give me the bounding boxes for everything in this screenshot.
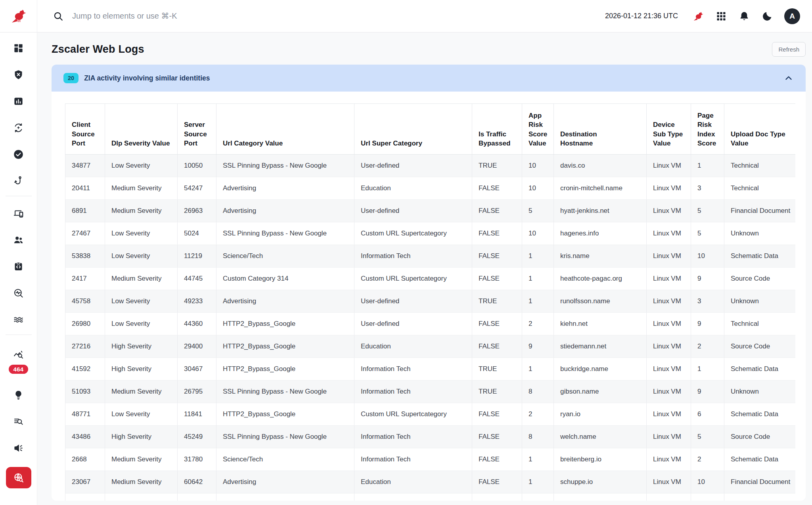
column-header[interactable]: Page Risk Index Score <box>691 104 724 155</box>
table-scroll-area[interactable]: Client Source PortDlp Severity ValueServ… <box>65 103 795 501</box>
table-cell: 45758 <box>65 290 105 312</box>
table-cell: User-defined <box>354 154 472 177</box>
table-cell: 26980 <box>65 312 105 335</box>
table-cell: Advertising <box>216 199 354 222</box>
table-cell: FALSE <box>472 448 522 471</box>
search-input[interactable] <box>72 11 350 21</box>
chevron-up-icon[interactable] <box>783 73 794 83</box>
table-cell: 10 <box>522 177 554 199</box>
table-cell: FALSE <box>472 403 522 425</box>
hook-icon <box>13 176 24 186</box>
table-row[interactable]: 2417Medium Severity44745Custom Category … <box>65 267 796 290</box>
sidebar-item-devices[interactable] <box>0 200 37 227</box>
table-cell: Schematic Data <box>724 403 796 425</box>
table-cell: Linux VM <box>647 267 691 290</box>
table-row[interactable]: 6891Medium Severity26963AdvertisingUser-… <box>65 199 796 222</box>
table-cell: 2 <box>691 448 724 471</box>
sidebar-divider <box>6 335 32 335</box>
table-cell: 44360 <box>178 312 216 335</box>
table-cell: 21952 <box>65 493 105 501</box>
table-row[interactable]: 41592High Severity30467HTTP2_Bypass_Goog… <box>65 358 796 380</box>
table-row[interactable]: 27216High Severity29400HTTP2_Bypass_Goog… <box>65 335 796 358</box>
table-cell: 2 <box>691 493 724 501</box>
table-row[interactable]: 34877Low Severity10050SSL Pinning Bypass… <box>65 154 796 177</box>
table-cell: FALSE <box>472 199 522 222</box>
table-cell: 5 <box>691 425 724 448</box>
sidebar-item-data-streams[interactable] <box>0 306 37 333</box>
table-row[interactable]: 27467Low Severity5024SSL Pinning Bypass … <box>65 222 796 245</box>
result-count-badge: 20 <box>63 73 79 83</box>
list-search-icon <box>13 416 24 427</box>
table-cell: heathcote-pagac.org <box>554 267 647 290</box>
column-header[interactable]: App Risk Score Value <box>522 104 554 155</box>
column-header[interactable]: Is Traffic Bypassed <box>472 104 522 155</box>
refresh-button[interactable]: Refresh <box>772 42 806 57</box>
table-row[interactable]: 21952High Severity47316HTTP2_Bypass_Goog… <box>65 493 796 501</box>
devices-icon <box>13 208 24 219</box>
column-header[interactable]: Url Category Value <box>216 104 354 155</box>
table-row[interactable]: 43486High Severity45249SSL Pinning Bypas… <box>65 425 796 448</box>
sidebar-item-log-search[interactable] <box>0 408 37 435</box>
sidebar-item-automation[interactable] <box>0 115 37 141</box>
apps-menu-button[interactable] <box>715 10 727 22</box>
sidebar-item-compliance[interactable] <box>0 141 37 168</box>
table-cell: 60642 <box>178 471 216 493</box>
notifications-button[interactable] <box>738 10 750 22</box>
cardinal-bird-icon <box>693 11 704 22</box>
column-header[interactable]: Device Sub Type Value <box>647 104 691 155</box>
table-cell: Linux VM <box>647 471 691 493</box>
table-cell: Linux VM <box>647 335 691 358</box>
sidebar-item-users[interactable] <box>0 227 37 253</box>
sidebar-item-applications[interactable] <box>0 253 37 280</box>
cardinal-quick-icon[interactable] <box>692 10 704 22</box>
sidebar-item-threat-protection[interactable] <box>0 61 37 88</box>
table-cell: 1 <box>522 448 554 471</box>
table-cell: stiedemann.net <box>554 335 647 358</box>
table-row[interactable]: 45758Low Severity49233AdvertisingUser-de… <box>65 290 796 312</box>
sidebar-item-threat-hunting-active[interactable] <box>6 467 31 488</box>
column-header[interactable]: Client Source Port <box>65 104 105 155</box>
table-row[interactable]: 23067Medium Severity60642AdvertisingEduc… <box>65 471 796 493</box>
column-header[interactable]: Url Super Category <box>354 104 472 155</box>
table-cell: 45249 <box>178 425 216 448</box>
table-cell: Technical <box>724 312 796 335</box>
column-header[interactable]: Destination Hostname <box>554 104 647 155</box>
dark-mode-toggle[interactable] <box>761 10 773 22</box>
table-cell: Technical <box>724 154 796 177</box>
user-avatar[interactable]: A <box>784 8 800 24</box>
column-header[interactable]: Server Source Port <box>178 104 216 155</box>
waves-icon <box>13 314 24 325</box>
table-row[interactable]: 48771Low Severity11841HTTP2_Bypass_Googl… <box>65 403 796 425</box>
table-cell: 10 <box>522 154 554 177</box>
table-cell: 30467 <box>178 358 216 380</box>
table-row[interactable]: 51093Medium Severity26795SSL Pinning Byp… <box>65 380 796 403</box>
table-cell: 7 <box>522 493 554 501</box>
column-header[interactable]: Dlp Severity Value <box>105 104 178 155</box>
table-cell: SSL Pinning Bypass - New Google <box>216 380 354 403</box>
table-row[interactable]: 53838Low Severity11219Science/TechInform… <box>65 245 796 267</box>
table-cell: 1 <box>522 358 554 380</box>
table-cell: Information Tech <box>354 380 472 403</box>
sidebar-item-reports[interactable] <box>0 88 37 115</box>
table-cell: HTTP2_Bypass_Google <box>216 493 354 501</box>
table-cell: kris.name <box>554 245 647 267</box>
collapsible-banner[interactable]: 20 ZIA activity involving similar identi… <box>52 65 806 92</box>
table-cell: 5 <box>691 199 724 222</box>
sidebar-item-insights[interactable] <box>0 382 37 408</box>
sidebar-item-detections[interactable]: 464 <box>9 339 29 382</box>
table-cell: Schematic Data <box>724 448 796 471</box>
app-shell: 464 2026-01-12 21:36 UTC <box>0 0 812 505</box>
sidebar-item-announcements[interactable] <box>0 435 37 461</box>
app-logo[interactable] <box>0 0 37 33</box>
column-header[interactable]: Upload Doc Type Value <box>724 104 796 155</box>
table-cell: Medium Severity <box>105 380 178 403</box>
table-row[interactable]: 2668Medium Severity31780Science/TechInfo… <box>65 448 796 471</box>
sidebar-item-phishing[interactable] <box>0 168 37 194</box>
sidebar-item-activity-search[interactable] <box>0 280 37 306</box>
table-cell: Low Severity <box>105 312 178 335</box>
table-cell: Linux VM <box>647 448 691 471</box>
table-cell: Information Tech <box>354 358 472 380</box>
table-row[interactable]: 20411Medium Severity54247AdvertisingEduc… <box>65 177 796 199</box>
table-row[interactable]: 26980Low Severity44360HTTP2_Bypass_Googl… <box>65 312 796 335</box>
sidebar-item-dashboard[interactable] <box>0 35 37 61</box>
